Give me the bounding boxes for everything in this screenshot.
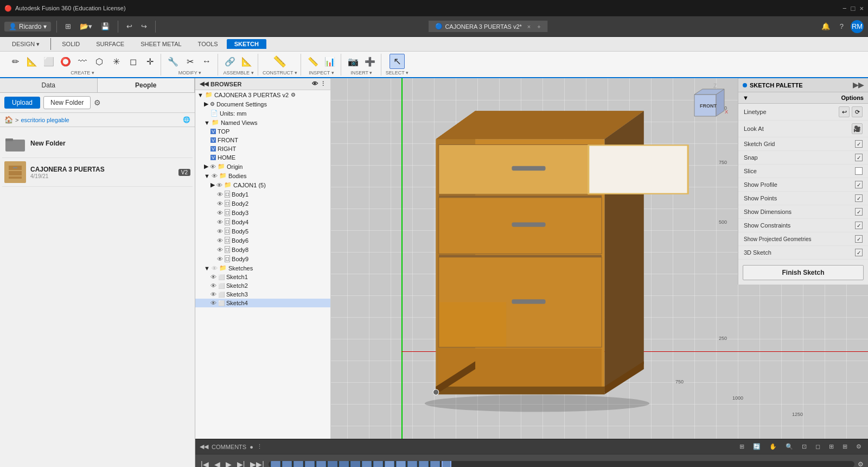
tool-polygon[interactable]: ⬡ — [92, 55, 107, 68]
help-button[interactable]: ? — [837, 21, 846, 31]
tree-body9[interactable]: 👁 □ Body9 — [195, 254, 330, 263]
tab-surface[interactable]: SURFACE — [88, 39, 132, 49]
notification-button[interactable]: 🔔 — [819, 21, 833, 31]
show-projected-checkbox[interactable] — [855, 235, 863, 243]
slice-checkbox[interactable] — [855, 167, 863, 175]
tree-sketch4[interactable]: 👁 ⬜ Sketch4 — [195, 299, 330, 307]
browser-eye-icon[interactable]: 👁 — [312, 80, 318, 87]
tree-view-front[interactable]: V FRONT — [195, 136, 330, 144]
tool-extend[interactable]: ↔ — [199, 55, 214, 67]
fit-button[interactable]: ⊡ — [800, 442, 809, 451]
timeline-to-end[interactable]: ▶▶| — [249, 459, 265, 468]
profile-button[interactable]: RM — [851, 20, 864, 33]
tree-view-home[interactable]: V HOME — [195, 153, 330, 162]
timeline-step-3[interactable] — [293, 461, 303, 468]
tool-trim[interactable]: ✂ — [182, 55, 197, 68]
tool-inspect2[interactable]: 📊 — [322, 55, 337, 68]
body6-eye[interactable]: 👁 — [217, 237, 223, 244]
grid-display-button[interactable]: ⊞ — [840, 442, 850, 451]
timeline-to-start[interactable]: |◀ — [200, 459, 210, 468]
body3-eye[interactable]: 👁 — [217, 210, 223, 216]
tab-data[interactable]: Data — [0, 78, 98, 92]
show-profile-checkbox[interactable] — [855, 181, 863, 188]
zoom-button[interactable]: 🔍 — [783, 442, 795, 451]
show-points-checkbox[interactable] — [855, 194, 863, 202]
show-constraints-checkbox[interactable] — [855, 222, 863, 229]
tree-bodies[interactable]: ▼ 👁 📁 Bodies — [195, 171, 330, 180]
save-button[interactable]: 💾 — [98, 21, 112, 31]
pan-button[interactable]: ✋ — [767, 442, 779, 451]
window-controls[interactable]: − □ × — [843, 4, 864, 12]
tree-sketch3[interactable]: 👁 ⬜ Sketch3 — [195, 290, 330, 299]
orbit-button[interactable]: 🔄 — [751, 442, 763, 451]
tree-units[interactable]: 📄 Units: mm — [195, 109, 330, 118]
sketch1-eye[interactable]: 👁 — [210, 274, 216, 280]
root-settings-icon[interactable]: ⚙ — [291, 92, 296, 98]
grid-view-button[interactable]: ⊞ — [62, 21, 74, 31]
expand-doc-icon[interactable]: ▶ — [204, 100, 208, 108]
tool-rect[interactable]: ⬜ — [41, 55, 56, 68]
timeline-step-1[interactable] — [271, 461, 280, 468]
tree-body2[interactable]: 👁 □ Body2 — [195, 199, 330, 208]
tree-cajon1[interactable]: ▶ 👁 📁 CAJON1 (5) — [195, 180, 330, 190]
tool-inspect1[interactable]: 📏 — [305, 55, 321, 68]
user-menu[interactable]: 👤 Ricardo ▾ — [4, 22, 51, 31]
browser-menu-icon[interactable]: ⋮ — [320, 80, 326, 87]
tree-origin[interactable]: ▶ 👁 📁 Origin — [195, 162, 330, 171]
timeline-step-9[interactable] — [362, 461, 372, 468]
tool-spline[interactable]: ✳ — [108, 55, 124, 68]
upload-button[interactable]: Upload — [4, 97, 40, 109]
timeline-step-13[interactable] — [407, 461, 417, 468]
design-dropdown[interactable]: DESIGN ▾ — [4, 39, 47, 49]
body4-eye[interactable]: 👁 — [217, 219, 223, 225]
settings-gear-button[interactable]: ⚙ — [94, 98, 101, 107]
body5-eye[interactable]: 👁 — [217, 228, 223, 235]
sketch2-eye[interactable]: 👁 — [210, 282, 216, 289]
show-dimensions-checkbox[interactable] — [855, 208, 863, 216]
expand-sketches-icon[interactable]: ▼ — [204, 265, 210, 272]
sketches-eye-icon[interactable]: 👁 — [212, 265, 218, 272]
tool-insert2[interactable]: ➕ — [362, 55, 378, 68]
timeline-step-8[interactable] — [350, 461, 360, 468]
tree-view-top[interactable]: V TOP — [195, 127, 330, 136]
tree-sketch2[interactable]: 👁 ⬜ Sketch2 — [195, 281, 330, 290]
display-mode-button[interactable]: ◻ — [813, 442, 822, 451]
linetype-btn2[interactable]: ⟳ — [852, 106, 863, 117]
tree-sketches[interactable]: ▼ 👁 📁 Sketches — [195, 263, 330, 273]
tree-body3[interactable]: 👁 □ Body3 — [195, 208, 330, 217]
body8-eye[interactable]: 👁 — [217, 247, 223, 253]
document-tab[interactable]: 🔵 CAJONERA 3 PUERTAS v2* × + — [429, 21, 547, 32]
tool-select[interactable]: ↖ — [390, 54, 405, 69]
bodies-eye-icon[interactable]: 👁 — [212, 173, 218, 179]
tool-fillet[interactable]: 🔧 — [165, 55, 181, 68]
new-tab-button[interactable]: + — [537, 23, 540, 30]
list-item[interactable]: CAJONERA 3 PUERTAS 4/19/21 V2 — [2, 158, 193, 187]
collapse-comments-icon[interactable]: ◀◀ — [200, 443, 208, 450]
body1-eye[interactable]: 👁 — [217, 191, 223, 198]
tree-named-views[interactable]: ▼ 📁 Named Views — [195, 118, 330, 127]
tab-tools[interactable]: TOOLS — [190, 39, 226, 49]
tab-people[interactable]: People — [98, 78, 195, 92]
tree-body6[interactable]: 👁 □ Body6 — [195, 236, 330, 245]
tab-sheet-metal[interactable]: SHEET METAL — [133, 39, 189, 49]
look-at-button[interactable]: 🎥 — [852, 123, 863, 134]
open-button[interactable]: 📂▾ — [77, 21, 95, 31]
tree-body8[interactable]: 👁 □ Body8 — [195, 245, 330, 254]
tree-sketch1[interactable]: 👁 ⬜ Sketch1 — [195, 273, 330, 281]
comments-menu[interactable]: ⋮ — [257, 443, 263, 450]
body2-eye[interactable]: 👁 — [217, 200, 223, 207]
minimize-button[interactable]: − — [843, 4, 847, 12]
timeline-step-12[interactable] — [396, 461, 406, 468]
tool-arc[interactable]: 〰 — [75, 55, 90, 67]
timeline-step-10[interactable] — [373, 461, 383, 468]
settings-bottom-button[interactable]: ⚙ — [854, 442, 864, 451]
palette-expand-icon[interactable]: ▶▶ — [853, 81, 864, 89]
tree-body1[interactable]: 👁 □ Body1 — [195, 190, 330, 199]
tool-line[interactable]: 📐 — [24, 55, 40, 68]
tool-insert1[interactable]: 📷 — [346, 55, 361, 68]
timeline-step-14[interactable] — [419, 461, 429, 468]
maximize-button[interactable]: □ — [851, 4, 856, 12]
snap-checkbox[interactable] — [855, 154, 863, 161]
tab-sketch[interactable]: SKETCH — [227, 39, 266, 49]
tool-move[interactable]: ✛ — [142, 55, 157, 68]
